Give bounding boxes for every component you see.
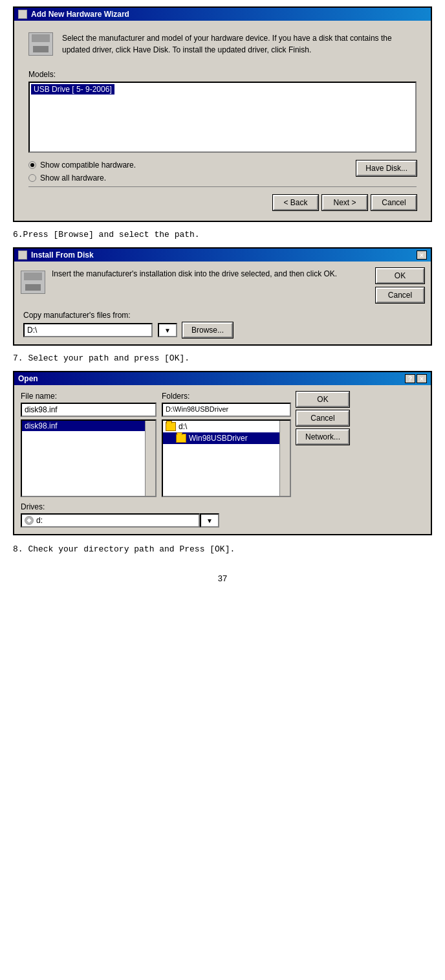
- instruction-7: 7. Select your path and press [OK].: [13, 353, 432, 363]
- open-close-button[interactable]: ×: [417, 374, 427, 383]
- have-disk-button[interactable]: Have Disk...: [356, 161, 417, 176]
- open-right-panel: Folders: D:\Win98USBDriver d:\ Win98USBD…: [162, 392, 291, 497]
- install-titlebar: Install From Disk ×: [14, 249, 431, 262]
- install-disk-body: Insert the manufacturer's installation d…: [14, 262, 431, 344]
- floppy-disk-icon: [28, 32, 53, 56]
- drives-select-row: d: ▼: [21, 513, 219, 528]
- file-listbox-scrollbar[interactable]: [145, 421, 155, 496]
- folder-icon: [166, 422, 176, 431]
- open-network-button[interactable]: Network...: [296, 429, 349, 445]
- drives-label: Drives:: [21, 502, 219, 511]
- open-main-row: File name: disk98.inf disk98.inf Folders…: [21, 392, 424, 497]
- install-cancel-button[interactable]: Cancel: [376, 287, 424, 303]
- folder-root-label: d:\: [179, 422, 187, 431]
- titlebar-icon: [18, 10, 27, 19]
- copy-from-dropdown[interactable]: ▼: [158, 323, 177, 337]
- folders-listbox-scrollbar[interactable]: [279, 421, 290, 496]
- copy-from-section: Copy manufacturer's files from: D:\ ▼ Br…: [21, 311, 424, 338]
- folder-selected-icon: [176, 434, 186, 443]
- install-from-disk-dialog: Install From Disk × Insert the manufactu…: [13, 247, 432, 346]
- next-button[interactable]: Next >: [322, 195, 367, 210]
- wizard-footer: < Back Next > Cancel: [23, 190, 422, 214]
- wizard-separator: [28, 186, 417, 187]
- folder-selected-label: Win98USBDriver: [189, 434, 248, 443]
- file-name-input[interactable]: disk98.inf: [21, 403, 157, 417]
- open-body: File name: disk98.inf disk98.inf Folders…: [14, 385, 431, 534]
- browse-button[interactable]: Browse...: [182, 322, 233, 338]
- drive-cd-icon: [25, 516, 34, 525]
- open-help-button[interactable]: ?: [405, 374, 415, 383]
- radio-all-button[interactable]: [28, 174, 36, 182]
- radio-all-label: Show all hardware.: [40, 173, 106, 183]
- radio-compatible-label: Show compatible hardware.: [40, 161, 136, 170]
- radio-compatible-button[interactable]: [28, 161, 36, 169]
- open-titlebar: Open ? ×: [14, 372, 431, 385]
- page-number: 37: [13, 574, 432, 583]
- wizard-body: Select the manufacturer and model of you…: [14, 21, 431, 221]
- install-close-button[interactable]: ×: [417, 251, 427, 260]
- file-list-item-selected[interactable]: disk98.inf: [22, 421, 155, 431]
- wizard-title: Add New Hardware Wizard: [31, 10, 129, 19]
- install-ok-button[interactable]: OK: [376, 268, 424, 284]
- file-name-label: File name:: [21, 392, 157, 401]
- wizard-header-text: Select the manufacturer and model of you…: [62, 32, 417, 56]
- copy-from-input[interactable]: D:\: [23, 323, 153, 337]
- wizard-titlebar: Add New Hardware Wizard: [14, 8, 431, 21]
- open-titlebar-buttons: ? ×: [405, 374, 427, 383]
- add-hardware-wizard-dialog: Add New Hardware Wizard Select the manuf…: [13, 6, 432, 222]
- drives-section: Drives: d: ▼: [21, 502, 424, 528]
- drives-input[interactable]: d:: [21, 513, 200, 528]
- install-buttons-area: OK Cancel: [376, 268, 424, 303]
- radio-options-area: Show compatible hardware. Show all hardw…: [23, 159, 422, 184]
- back-button[interactable]: < Back: [273, 195, 318, 210]
- folders-listbox[interactable]: d:\ Win98USBDriver: [162, 419, 291, 497]
- file-listbox[interactable]: disk98.inf: [21, 419, 157, 497]
- install-titlebar-title: Install From Disk: [18, 251, 94, 260]
- folders-label: Folders:: [162, 392, 291, 401]
- folder-root-item[interactable]: d:\: [163, 421, 290, 432]
- install-body-text: Insert the manufacturer's installation d…: [52, 268, 369, 303]
- models-label: Models:: [23, 70, 422, 79]
- open-dialog: Open ? × File name: disk98.inf disk98.in…: [13, 371, 432, 535]
- titlebar-title-area: Add New Hardware Wizard: [18, 10, 129, 19]
- instruction-6: 6.Press [Browse] and select the path.: [13, 230, 432, 239]
- wizard-header: Select the manufacturer and model of you…: [23, 27, 422, 61]
- open-ok-button[interactable]: OK: [296, 392, 349, 407]
- install-dialog-title: Install From Disk: [31, 251, 94, 260]
- instruction-8: 8. Check your directory path and Press […: [13, 544, 432, 554]
- install-top-row: Insert the manufacturer's installation d…: [21, 268, 424, 303]
- radio-group: Show compatible hardware. Show all hardw…: [28, 161, 136, 183]
- open-title: Open: [18, 374, 38, 383]
- folders-path-display: D:\Win98USBDriver: [162, 403, 291, 417]
- install-titlebar-icon: [18, 251, 27, 260]
- have-disk-button-area: Have Disk...: [356, 161, 417, 176]
- radio-compatible-row[interactable]: Show compatible hardware.: [28, 161, 136, 170]
- drives-dropdown[interactable]: ▼: [200, 513, 219, 528]
- folder-selected-item[interactable]: Win98USBDriver: [163, 432, 290, 444]
- selected-model-item[interactable]: USB Drive [ 5- 9-2006]: [31, 84, 114, 95]
- copy-from-label: Copy manufacturer's files from:: [23, 311, 422, 320]
- drives-left: Drives: d: ▼: [21, 502, 219, 528]
- cancel-button[interactable]: Cancel: [371, 195, 417, 210]
- drive-value-label: d:: [36, 516, 43, 525]
- open-cancel-button[interactable]: Cancel: [296, 410, 349, 426]
- install-floppy-icon: [21, 271, 45, 294]
- open-buttons: OK Cancel Network...: [296, 392, 349, 497]
- models-listbox[interactable]: USB Drive [ 5- 9-2006]: [28, 82, 417, 153]
- copy-from-row: D:\ ▼ Browse...: [23, 322, 422, 338]
- open-left-panel: File name: disk98.inf disk98.inf: [21, 392, 157, 497]
- radio-all-row[interactable]: Show all hardware.: [28, 173, 136, 183]
